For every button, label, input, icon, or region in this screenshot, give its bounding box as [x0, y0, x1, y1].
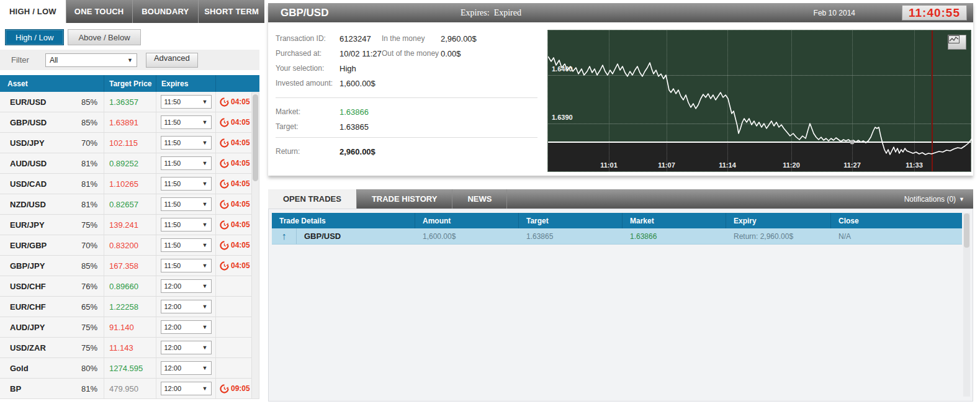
your-selection-value: High [339, 64, 356, 73]
asset-row[interactable]: EUR/JPY 75% 139.241 11:50 ▼ [0, 215, 259, 235]
expiry-select[interactable]: 12:00 ▼ [161, 320, 212, 334]
countdown-time: 04:05 [231, 118, 250, 127]
asset-target-price: 102.115 [109, 138, 138, 148]
purchased-at-value: 10/02 11:27 [339, 49, 382, 58]
expiry-select[interactable]: 11:50 ▼ [161, 177, 212, 191]
in-the-money-label: In the money [382, 34, 441, 43]
trade-detail-header: GBP/USD Expires: Expired Feb 10 2014 11:… [268, 3, 973, 22]
high-low-subtabs: High / Low Above / Below [5, 29, 141, 45]
expiry-select[interactable]: 11:50 ▼ [161, 238, 212, 252]
expiry-column-header: Expiry [726, 213, 831, 228]
countdown-time: 04:05 [231, 159, 250, 168]
notifications-label: Notifications (0) [904, 195, 956, 204]
asset-target-price: 1274.595 [109, 364, 143, 373]
subtab-above-below[interactable]: Above / Below [68, 29, 140, 45]
asset-name: USD/ZAR [0, 343, 46, 353]
chevron-down-icon: ▼ [202, 365, 208, 371]
asset-payout-percent: 75% [81, 323, 104, 332]
expiry-select[interactable]: 11:50 ▼ [161, 197, 212, 211]
market-column-header: Market [623, 213, 726, 228]
filter-select[interactable]: All ▼ [45, 53, 137, 67]
asset-payout-percent: 85% [81, 97, 104, 107]
advanced-button[interactable]: Advanced [146, 53, 198, 68]
asset-row[interactable]: EUR/GBP 70% 0.83200 11:50 ▼ [0, 235, 259, 256]
asset-row[interactable]: GBP/JPY 85% 167.358 11:50 ▼ [0, 256, 259, 276]
asset-row[interactable]: Gold 80% 1274.595 12:00 ▼ [0, 358, 259, 379]
expiry-selected-value: 11:50 [164, 262, 181, 269]
asset-row[interactable]: EUR/USD 85% 1.36357 11:50 ▼ [0, 92, 259, 112]
expiry-select[interactable]: 12:00 ▼ [161, 361, 212, 375]
countdown-time: 04:05 [231, 241, 250, 249]
chevron-down-icon: ▼ [202, 344, 208, 351]
asset-row[interactable]: USD/CAD 81% 1.10265 11:50 ▼ [0, 174, 259, 194]
asset-column-header: Asset [0, 75, 104, 92]
asset-table-header: Asset Target Price Expires [0, 75, 259, 92]
countdown-clock-icon [220, 118, 229, 127]
expiry-select[interactable]: 11:50 ▼ [161, 259, 212, 272]
asset-payout-percent: 80% [81, 364, 104, 373]
asset-row[interactable]: NZD/USD 81% 0.82657 11:50 ▼ [0, 194, 259, 215]
asset-table: Asset Target Price Expires EUR/USD 85% 1… [0, 75, 259, 399]
tab-boundary[interactable]: BOUNDARY [132, 0, 199, 23]
expiry-selected-value: 11:50 [164, 200, 181, 208]
asset-row[interactable]: EUR/CHF 65% 1.22258 12:00 ▼ [0, 297, 259, 317]
tab-short-term[interactable]: SHORT TERM [198, 0, 264, 23]
clock-box: 11:40:55 [902, 5, 967, 20]
line-chart-icon [948, 35, 960, 43]
asset-name: AUD/USD [0, 159, 47, 168]
tab-news[interactable]: NEWS [452, 189, 507, 209]
asset-row[interactable]: GBP/USD 85% 1.63891 11:50 ▼ [0, 112, 259, 133]
asset-name: NZD/USD [0, 200, 46, 209]
expiry-select[interactable]: 11:50 ▼ [161, 136, 212, 150]
open-trades-body: Trade Details Amount Target Market Expir… [268, 209, 973, 402]
asset-row[interactable]: USD/ZAR 75% 11.143 12:00 ▼ [0, 338, 259, 358]
tab-one-touch[interactable]: ONE TOUCH [66, 0, 132, 23]
expiry-select[interactable]: 11:50 ▼ [161, 115, 212, 129]
asset-payout-percent: 70% [81, 241, 104, 250]
chevron-down-icon: ▼ [202, 242, 208, 248]
asset-payout-percent: 85% [81, 118, 104, 127]
expiry-select[interactable]: 11:50 ▼ [161, 156, 212, 170]
countdown-time: 04:05 [231, 200, 250, 209]
asset-row[interactable]: BP 81% 479.950 12:00 ▼ 0 [0, 379, 259, 399]
asset-row[interactable]: USD/CHF 76% 0.89660 12:00 ▼ [0, 276, 259, 297]
expiry-select[interactable]: 11:50 ▼ [161, 218, 212, 231]
expiry-select[interactable]: 11:50 ▼ [161, 95, 212, 109]
trade-amount: 1,600.00$ [415, 228, 519, 244]
chevron-down-icon: ▼ [202, 201, 208, 207]
expiry-select[interactable]: 12:00 ▼ [161, 279, 212, 293]
open-trades-header: Trade Details Amount Target Market Expir… [272, 213, 962, 228]
chart-settings-button[interactable] [948, 35, 966, 50]
tab-open-trades[interactable]: OPEN TRADES [268, 189, 357, 209]
scrollbar-thumb[interactable] [964, 213, 969, 248]
trades-scrollbar[interactable] [963, 213, 970, 397]
asset-target-price: 11.143 [109, 343, 133, 353]
asset-row[interactable]: AUD/USD 81% 0.89252 11:50 ▼ [0, 153, 259, 174]
tab-trade-history[interactable]: TRADE HISTORY [357, 189, 452, 209]
transaction-id-value: 6123247 [339, 34, 371, 43]
expiry-select[interactable]: 12:00 ▼ [161, 382, 212, 395]
asset-list-scrollbar[interactable] [251, 92, 259, 399]
subtab-high-low[interactable]: High / Low [5, 29, 64, 45]
expiry-selected-value: 12:00 [164, 282, 182, 290]
scrollbar-thumb[interactable] [253, 94, 258, 181]
tab-high-low[interactable]: HIGH / LOW [0, 0, 66, 23]
expiry-selected-value: 11:50 [164, 241, 181, 249]
asset-row[interactable]: USD/JPY 70% 102.115 11:50 ▼ [0, 133, 259, 153]
expiry-select[interactable]: 12:00 ▼ [161, 341, 212, 354]
expiry-select[interactable]: 12:00 ▼ [161, 300, 212, 313]
asset-target-price: 167.358 [109, 261, 138, 271]
asset-name: USD/CHF [0, 282, 46, 291]
asset-target-price: 0.89660 [109, 282, 138, 291]
target-column-header: Target [519, 213, 623, 228]
out-of-money-value: 0.00$ [441, 49, 461, 58]
notifications-dropdown[interactable]: Notifications (0) ▼ [904, 195, 964, 204]
asset-row[interactable]: AUD/JPY 75% 91.140 12:00 ▼ [0, 317, 259, 338]
target-price-column-header: Target Price [104, 75, 156, 92]
asset-name: EUR/USD [0, 97, 47, 107]
open-trade-row[interactable]: ↑ GBP/USD 1,600.00$ 1.63865 1.63866 Retu… [272, 228, 962, 245]
chevron-down-icon: ▼ [202, 222, 208, 228]
countdown-time: 04:05 [231, 179, 250, 188]
expiry-selected-value: 11:50 [164, 119, 181, 126]
option-type-tabs: HIGH / LOW ONE TOUCH BOUNDARY SHORT TERM [0, 0, 264, 23]
